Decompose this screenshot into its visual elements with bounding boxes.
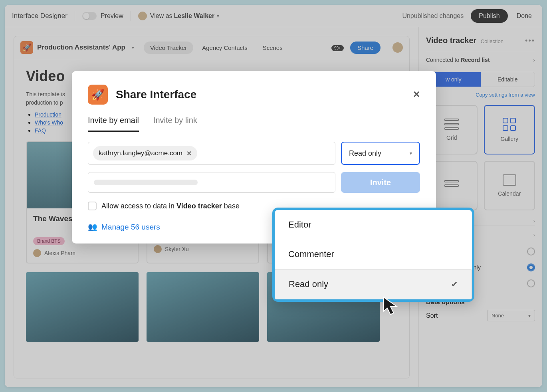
invite-button[interactable]: Invite [341,172,420,193]
cursor-icon [382,295,404,318]
modal-title: Share Interface [116,88,405,101]
permission-dropdown: Editor Commenter Read only ✔ [272,208,474,302]
check-icon: ✔ [451,279,458,289]
svg-marker-0 [383,297,397,315]
chevron-down-icon: ▾ [410,150,412,156]
close-button[interactable]: ✕ [413,89,420,100]
dropdown-option-editor[interactable]: Editor [275,210,472,240]
tab-invite-email[interactable]: Invite by email [88,116,139,132]
permission-select[interactable]: Read only ▾ [341,142,420,165]
checkbox-icon[interactable] [88,202,97,210]
people-icon: 👥 [88,222,97,232]
dropdown-option-read-only[interactable]: Read only ✔ [275,269,472,299]
chip-text: kathryn.langley@acme.com [99,149,182,157]
manage-users-text: Manage 56 users [101,223,160,232]
modal-tabs: Invite by email Invite by link [88,116,420,132]
placeholder-bar [94,180,198,185]
modal-rocket-icon: 🚀 [88,85,108,105]
message-input[interactable] [88,172,335,193]
permission-value: Read only [349,149,381,158]
email-chip[interactable]: kathryn.langley@acme.com ✕ [93,146,197,160]
remove-chip-icon[interactable]: ✕ [186,150,192,157]
tab-invite-link[interactable]: Invite by link [153,116,197,132]
email-input[interactable]: kathryn.langley@acme.com ✕ [88,142,335,165]
allow-access-label: Allow access to data in Video tracker ba… [101,202,240,210]
dropdown-option-commenter[interactable]: Commenter [275,240,472,269]
